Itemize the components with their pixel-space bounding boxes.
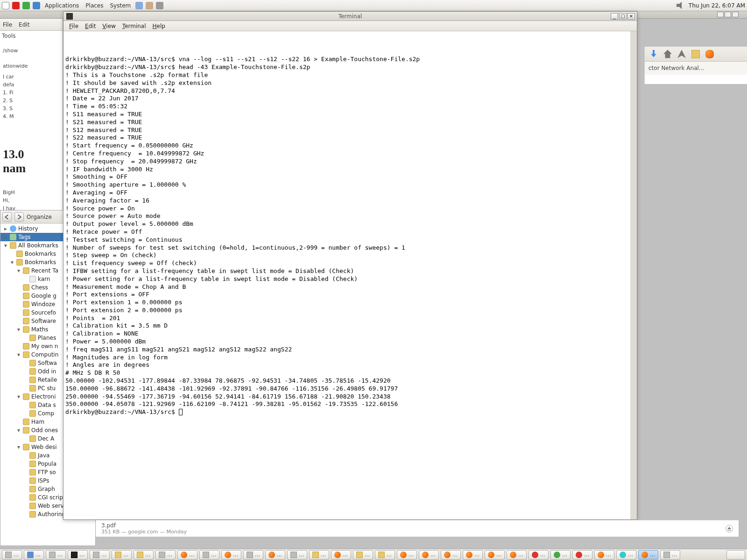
browser-tab[interactable]: ctor Network Anal... xyxy=(645,62,747,75)
taskbar-button[interactable]: … xyxy=(46,550,66,560)
taskbar-button[interactable]: … xyxy=(616,550,636,560)
tree-toggle-icon[interactable]: ▾ xyxy=(16,444,21,450)
taskbar-button[interactable]: … xyxy=(243,550,263,560)
panel-right-group: Thu Jun 22, 6:07 AM xyxy=(677,2,745,9)
taskbar-button[interactable]: … xyxy=(331,550,351,560)
bg-window-control[interactable] xyxy=(732,12,739,17)
taskbar-button[interactable]: … xyxy=(24,550,44,560)
clock[interactable]: Thu Jun 22, 6:07 AM xyxy=(689,2,745,9)
download-item[interactable]: 3.pdf 351 KB — google.com — Monday xyxy=(96,520,739,537)
tree-label: Tags xyxy=(18,234,31,240)
taskbar-button[interactable]: … xyxy=(68,550,88,560)
menu-terminal[interactable]: Terminal xyxy=(120,22,149,30)
taskbar-app-icon xyxy=(137,552,143,558)
workspace-switcher[interactable] xyxy=(726,550,745,560)
app-launcher-icon-2[interactable] xyxy=(33,2,40,9)
tree-toggle-icon[interactable]: ▾ xyxy=(16,351,21,358)
window-list-icon[interactable] xyxy=(2,2,9,9)
applications-menu[interactable]: Applications xyxy=(43,1,81,10)
taskbar-button[interactable]: … xyxy=(112,550,132,560)
tree-toggle-icon[interactable]: ▾ xyxy=(3,242,8,249)
taskbar-button[interactable]: … xyxy=(397,550,417,560)
bg-menu-file[interactable]: File xyxy=(3,21,12,28)
tree-toggle-icon[interactable]: ▾ xyxy=(16,326,21,333)
taskbar-button[interactable]: … xyxy=(221,550,241,560)
close-button[interactable]: × xyxy=(627,13,635,20)
maximize-button[interactable]: □ xyxy=(619,13,627,20)
taskbar-button[interactable]: … xyxy=(529,550,549,560)
taskbar-button[interactable]: … xyxy=(2,550,22,560)
places-menu[interactable]: Places xyxy=(84,1,105,10)
taskbar-button[interactable]: … xyxy=(265,550,285,560)
bg-tools-label[interactable]: Tools xyxy=(2,33,16,39)
taskbar-app-icon xyxy=(576,552,582,558)
menu-file[interactable]: File xyxy=(66,22,81,30)
tree-toggle-icon[interactable]: ▸ xyxy=(3,234,8,240)
menu-edit[interactable]: Edit xyxy=(82,22,99,30)
folder-icon xyxy=(29,461,36,467)
taskbar-button[interactable]: … xyxy=(90,550,110,560)
taskbar-button[interactable]: … xyxy=(594,550,614,560)
minimize-button[interactable]: _ xyxy=(611,13,618,20)
taskbar-app-icon xyxy=(247,552,253,558)
taskbar-button[interactable]: … xyxy=(507,550,527,560)
app-launcher-icon[interactable] xyxy=(22,2,30,9)
menu-view[interactable]: View xyxy=(99,22,118,30)
taskbar-button[interactable]: … xyxy=(638,550,658,560)
taskbar-button[interactable]: … xyxy=(419,550,439,560)
eject-icon[interactable] xyxy=(726,525,733,532)
taskbar-button[interactable]: … xyxy=(177,550,197,560)
tree-toggle-icon[interactable]: ▸ xyxy=(3,225,8,232)
back-button[interactable] xyxy=(2,212,12,222)
taskbar-label: … xyxy=(233,552,238,558)
tree-toggle-icon[interactable]: ▾ xyxy=(16,267,21,274)
folder-icon xyxy=(29,494,36,501)
taskbar-button[interactable]: … xyxy=(463,550,483,560)
terminal-line: ! Start frequency = 0.050000000 GHz xyxy=(65,142,628,150)
bg-window-control[interactable] xyxy=(725,12,731,17)
window-controls: _ □ × xyxy=(611,13,635,20)
taskbar-app-icon xyxy=(488,552,494,558)
tree-toggle-icon[interactable]: ▾ xyxy=(16,393,21,400)
scrollbar-thumb[interactable] xyxy=(631,33,636,61)
download-icon[interactable] xyxy=(649,50,658,58)
taskbar-button[interactable]: … xyxy=(660,550,680,560)
system-menu[interactable]: System xyxy=(108,1,133,10)
home-icon[interactable] xyxy=(663,50,672,58)
tray-icon-3[interactable] xyxy=(156,2,163,9)
volume-icon[interactable] xyxy=(677,2,684,9)
tree-toggle-icon[interactable]: ▾ xyxy=(10,259,14,266)
tray-icon-2[interactable] xyxy=(146,2,153,9)
taskbar-label: … xyxy=(562,552,567,558)
taskbar-button[interactable]: … xyxy=(572,550,592,560)
menu-help[interactable]: Help xyxy=(150,22,168,30)
taskbar-button[interactable]: … xyxy=(441,550,461,560)
firefox-icon[interactable] xyxy=(705,50,714,58)
folder-icon xyxy=(23,267,29,274)
folder-icon xyxy=(29,503,36,509)
taskbar-button[interactable]: … xyxy=(309,550,329,560)
forward-button[interactable] xyxy=(14,212,24,222)
bookmarks-icon[interactable] xyxy=(691,50,700,58)
organize-menu[interactable]: Organize xyxy=(27,214,52,220)
terminal-line: ! S22 measured = TRUE xyxy=(65,134,628,142)
terminal-output[interactable]: drkirkby@buzzard:~/VNA-13/src$ vna --log… xyxy=(63,31,637,519)
tree-toggle-icon[interactable]: ▾ xyxy=(16,427,21,434)
taskbar-button[interactable]: … xyxy=(375,550,395,560)
bg-window-control[interactable] xyxy=(717,12,724,17)
taskbar-button[interactable]: … xyxy=(155,550,176,560)
tray-icon-1[interactable] xyxy=(135,2,143,9)
taskbar-button[interactable]: … xyxy=(199,550,219,560)
taskbar-button[interactable]: … xyxy=(287,550,307,560)
send-icon[interactable] xyxy=(677,50,686,58)
taskbar-button[interactable]: … xyxy=(353,550,373,560)
terminal-line: ! S21 measured = TRUE xyxy=(65,119,628,126)
taskbar-button[interactable]: … xyxy=(134,550,154,560)
folder-icon xyxy=(23,326,29,333)
taskbar-button[interactable]: … xyxy=(485,550,505,560)
shutdown-icon[interactable] xyxy=(12,2,20,9)
bg-menu-edit[interactable]: Edit xyxy=(19,21,29,28)
taskbar-button[interactable]: … xyxy=(550,550,571,560)
terminal-titlebar[interactable]: Terminal _ □ × xyxy=(63,12,637,21)
bg-text: ationwide xyxy=(3,63,60,69)
